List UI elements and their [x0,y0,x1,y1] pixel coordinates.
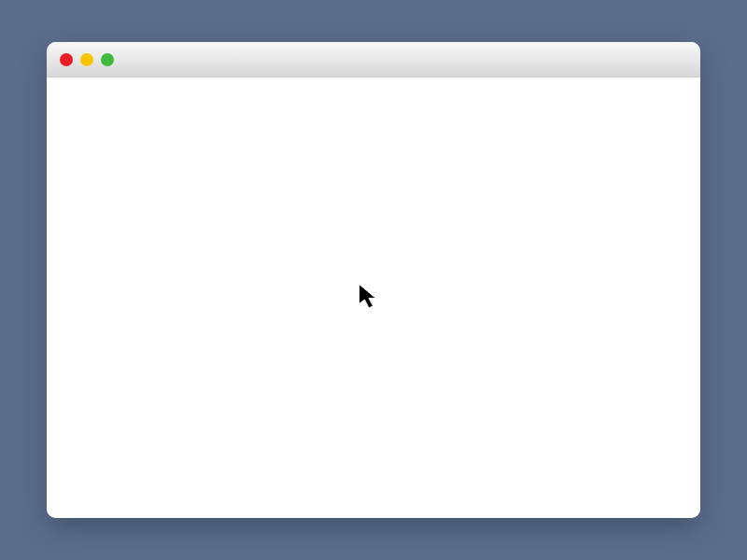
window [47,42,700,518]
maximize-icon[interactable] [101,53,114,66]
window-content [47,77,700,518]
minimize-icon[interactable] [80,53,93,66]
titlebar[interactable] [47,42,700,77]
svg-marker-0 [359,285,376,309]
close-icon[interactable] [60,53,73,66]
cursor-icon [355,283,383,311]
